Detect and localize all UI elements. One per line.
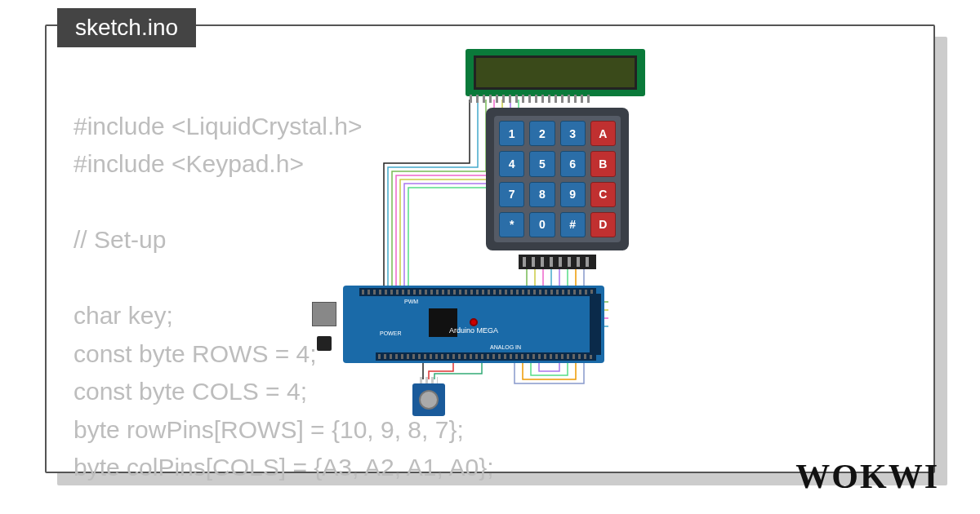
- wokwi-logo: WOKWI: [795, 457, 939, 496]
- keypad-key-*[interactable]: *: [499, 212, 524, 237]
- keypad-key-7[interactable]: 7: [499, 182, 524, 207]
- code-line: #include <LiquidCrystal.h>: [74, 113, 363, 140]
- code-line: // Set-up: [74, 226, 166, 253]
- keypad-key-1[interactable]: 1: [499, 121, 524, 146]
- keypad-key-6[interactable]: 6: [560, 151, 586, 176]
- keypad-key-9[interactable]: 9: [560, 182, 586, 207]
- keypad-key-B[interactable]: B: [590, 151, 616, 176]
- filename-tab[interactable]: sketch.ino: [57, 8, 196, 47]
- lcd-screen: [474, 55, 637, 90]
- potentiometer-knob[interactable]: [419, 390, 439, 410]
- keypad-key-2[interactable]: 2: [529, 121, 555, 146]
- keypad-4x4[interactable]: 123A456B789C*0#D: [486, 108, 629, 250]
- keypad-key-D[interactable]: D: [590, 212, 616, 237]
- code-line: byte rowPins[ROWS] = {10, 9, 8, 7};: [74, 416, 464, 443]
- keypad-key-3[interactable]: 3: [560, 121, 586, 146]
- mega-header-right: [590, 294, 601, 355]
- board-analog-label: ANALOG IN: [490, 344, 521, 350]
- board-power-label: POWER: [380, 330, 401, 336]
- mega-reset-button[interactable]: [470, 318, 478, 326]
- mega-header-top: [359, 288, 596, 296]
- board-pwm-label: PWM: [404, 299, 418, 304]
- code-line: const byte ROWS = 4;: [74, 340, 317, 367]
- mega-usb-port: [312, 302, 336, 326]
- keypad-key-0[interactable]: 0: [529, 212, 555, 237]
- potentiometer-pins: [420, 377, 438, 383]
- code-line: const byte COLS = 4;: [74, 378, 307, 405]
- keypad-key-#[interactable]: #: [560, 212, 586, 237]
- keypad-key-C[interactable]: C: [590, 182, 616, 207]
- lcd-pins: [470, 95, 592, 103]
- code-line: byte colPins[COLS] = {A3, A2, A1, A0};: [74, 454, 494, 481]
- keypad-grid: 123A456B789C*0#D: [494, 116, 621, 242]
- keypad-key-8[interactable]: 8: [529, 182, 555, 207]
- keypad-pin-header: [519, 255, 596, 269]
- lcd-display[interactable]: [466, 49, 645, 96]
- mega-header-bottom: [376, 352, 596, 361]
- circuit-diagram[interactable]: 123A456B789C*0#D Arduino MEGA POWER ANAL…: [327, 49, 719, 416]
- code-line: #include <Keypad.h>: [74, 150, 304, 177]
- code-line: char key;: [74, 302, 173, 329]
- board-name-label: Arduino MEGA: [449, 326, 498, 335]
- keypad-key-4[interactable]: 4: [499, 151, 524, 176]
- mega-power-jack: [317, 336, 332, 351]
- keypad-key-A[interactable]: A: [590, 121, 616, 146]
- keypad-key-5[interactable]: 5: [529, 151, 555, 176]
